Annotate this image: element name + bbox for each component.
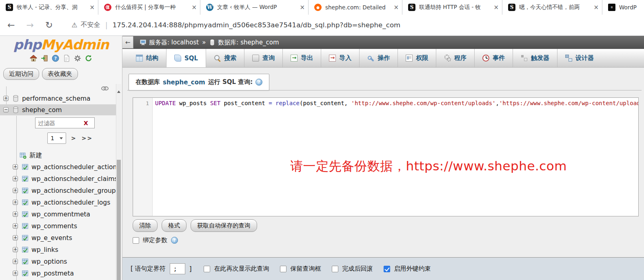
- close-icon[interactable]: ×: [191, 4, 197, 11]
- phpmyadmin-logo[interactable]: phpMyAdmin: [0, 37, 122, 53]
- sidebar-table-item[interactable]: +wp_options: [0, 256, 116, 267]
- exit-icon[interactable]: [40, 54, 49, 64]
- sidebar-table-item[interactable]: +wp_e_events: [0, 232, 116, 243]
- sidebar-table-item[interactable]: +wp_commentmeta: [0, 209, 116, 220]
- recent-button[interactable]: 近期访问: [3, 68, 39, 80]
- tab-触发器[interactable]: 触发器: [513, 49, 557, 67]
- expand-icon[interactable]: +: [13, 247, 18, 252]
- tab-搜索[interactable]: 搜索: [206, 49, 244, 67]
- expand-icon[interactable]: +: [13, 200, 18, 205]
- breadcrumb-server[interactable]: 服务器: localhost: [140, 39, 199, 46]
- footer-option-checkbox[interactable]: [384, 266, 390, 272]
- sidebar-table-item[interactable]: +wp_comments: [0, 220, 116, 231]
- expand-icon[interactable]: +: [13, 164, 18, 170]
- new-table-label[interactable]: 新建: [29, 151, 42, 160]
- page-next-link[interactable]: >: [71, 135, 77, 141]
- back-icon[interactable]: ←: [7, 21, 15, 30]
- close-icon[interactable]: ×: [300, 4, 305, 11]
- browser-tab[interactable]: 值什么值得买 | 分享每一种×: [98, 0, 200, 15]
- refresh-icon[interactable]: [84, 54, 93, 64]
- security-indicator[interactable]: ⚠ 不安全: [71, 21, 100, 29]
- browser-tab[interactable]: shephe.com: Detailed×: [308, 0, 402, 15]
- tab-导入[interactable]: 导入: [321, 49, 359, 67]
- expand-icon[interactable]: +: [13, 259, 18, 264]
- home-icon[interactable]: [29, 54, 38, 64]
- sql-code-line[interactable]: UPDATE wp_posts SET post_content = repla…: [153, 98, 638, 216]
- settings-icon[interactable]: [73, 54, 82, 64]
- sidebar-db-shephe-com[interactable]: − shephe_com: [0, 104, 116, 115]
- browser-tab[interactable]: S牧羊人 - 记录、分享、洞×: [0, 0, 98, 15]
- address-url[interactable]: 175.24.204.144:888/phpmyadmin_d506ec853a…: [113, 21, 401, 29]
- page-select[interactable]: 1: [47, 132, 66, 144]
- tab-程序[interactable]: 程序: [436, 49, 474, 67]
- collapse-sidebar-button[interactable]: ←: [122, 36, 133, 49]
- sidebar-table-item[interactable]: +wp_actionscheduler_logs: [0, 197, 116, 208]
- help-icon[interactable]: ?: [171, 237, 178, 244]
- help-icon[interactable]: ?: [255, 79, 262, 86]
- page-last-link[interactable]: >>: [82, 135, 93, 141]
- docs-icon[interactable]: [62, 54, 71, 64]
- breadcrumb-database[interactable]: 数据库: shephe_com: [209, 39, 279, 46]
- table-label[interactable]: wp_comments: [31, 223, 77, 230]
- footer-option-checkbox[interactable]: [204, 266, 210, 272]
- footer-option-checkbox[interactable]: [280, 266, 286, 272]
- tab-sql[interactable]: SQL: [166, 49, 206, 67]
- sql-editor[interactable]: 1 UPDATE wp_posts SET post_content = rep…: [133, 97, 639, 216]
- browser-tab[interactable]: S嗯，今天心情不错，前两×: [502, 0, 602, 15]
- sidebar-table-item[interactable]: +wp_actionscheduler_actions: [0, 161, 116, 172]
- db-label[interactable]: shephe_com: [22, 106, 62, 114]
- table-label[interactable]: wp_commentmeta: [31, 211, 90, 218]
- format-button[interactable]: 格式: [162, 219, 187, 232]
- tab-结构[interactable]: 结构: [128, 49, 166, 67]
- scrollbar-thumb[interactable]: [117, 160, 121, 280]
- expand-icon[interactable]: +: [13, 223, 18, 229]
- forward-icon[interactable]: →: [26, 21, 33, 30]
- close-icon[interactable]: ×: [493, 4, 499, 11]
- expand-icon[interactable]: +: [13, 188, 18, 193]
- table-label[interactable]: wp_postmeta: [31, 270, 74, 277]
- delimiter-input[interactable]: [170, 263, 185, 274]
- scroll-up-icon[interactable]: [117, 90, 120, 93]
- bind-parameters-checkbox[interactable]: [133, 237, 139, 244]
- help-icon[interactable]: ?: [51, 54, 60, 64]
- collapse-icon[interactable]: −: [3, 107, 9, 112]
- table-label[interactable]: wp_actionscheduler_claims: [31, 175, 116, 183]
- table-label[interactable]: wp_e_events: [31, 234, 72, 242]
- browser-tab[interactable]: ≡WordP: [602, 0, 644, 15]
- sidebar-scrollbar[interactable]: [116, 84, 121, 280]
- sidebar-table-item[interactable]: +wp_actionscheduler_claims: [0, 173, 116, 184]
- expand-icon[interactable]: +: [13, 212, 18, 217]
- link-icon[interactable]: [101, 85, 109, 93]
- footer-option-checkbox[interactable]: [332, 266, 338, 272]
- favorites-button[interactable]: 表收藏夹: [42, 68, 78, 80]
- sidebar-table-item[interactable]: +wp_actionscheduler_groups: [0, 185, 116, 196]
- close-icon[interactable]: ×: [593, 4, 599, 11]
- table-filter-input[interactable]: [36, 120, 84, 126]
- sidebar-table-item[interactable]: +wp_links: [0, 244, 116, 255]
- db-label[interactable]: performance_schema: [22, 95, 91, 102]
- sidebar-table-item[interactable]: +wp_postmeta: [0, 268, 116, 279]
- expand-icon[interactable]: +: [13, 235, 18, 240]
- expand-icon[interactable]: +: [13, 271, 18, 276]
- browser-tab[interactable]: S联通劫持 HTTP 会话 - 牧×: [402, 0, 502, 15]
- tab-查询[interactable]: 查询: [244, 49, 282, 67]
- expand-icon[interactable]: +: [3, 96, 9, 101]
- sidebar-db-performance-schema[interactable]: + performance_schema: [0, 93, 116, 104]
- tab-操作[interactable]: 操作: [359, 49, 398, 67]
- reload-icon[interactable]: ↻: [45, 21, 53, 30]
- table-label[interactable]: wp_actionscheduler_groups: [31, 187, 116, 194]
- new-table-item[interactable]: 新建: [0, 150, 116, 160]
- expand-icon[interactable]: +: [13, 176, 18, 181]
- clear-button[interactable]: 清除: [133, 219, 158, 232]
- tab-权限[interactable]: 权限: [398, 49, 436, 67]
- table-label[interactable]: wp_options: [31, 258, 67, 265]
- close-icon[interactable]: ×: [89, 4, 95, 11]
- get-autosaved-query-button[interactable]: 获取自动保存的查询: [191, 219, 257, 232]
- close-icon[interactable]: ×: [393, 4, 399, 11]
- browser-tab[interactable]: W文章 ‹ 牧羊人 — WordP×: [200, 0, 308, 15]
- table-label[interactable]: wp_links: [31, 246, 58, 254]
- tab-事件[interactable]: 事件: [474, 49, 513, 67]
- table-label[interactable]: wp_actionscheduler_logs: [31, 199, 110, 206]
- filter-clear-icon[interactable]: X: [84, 120, 88, 126]
- tab-导出[interactable]: 导出: [282, 49, 321, 67]
